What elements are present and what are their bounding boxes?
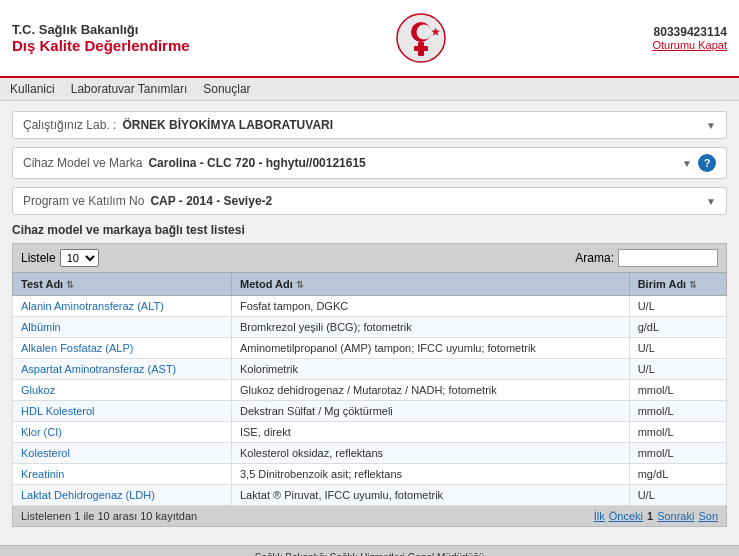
- table-row: AlbüminBromkrezol yeşili (BCG); fotometr…: [13, 317, 727, 338]
- cell-method-name: Bromkrezol yeşili (BCG); fotometrik: [231, 317, 629, 338]
- table-row: Laktat Dehidrogenaz (LDH)Laktat ® Piruva…: [13, 485, 727, 506]
- col-test-name: Test Adı ⇅: [13, 273, 232, 296]
- footer-line1: Sağlık Bakanlığı Sağlık Hizmetleri Genel…: [6, 552, 733, 556]
- table-row: KolesterolKolesterol oksidaz, reflektans…: [13, 443, 727, 464]
- device-value: Carolina - CLC 720 - hghytu//00121615: [148, 156, 676, 170]
- header-user-info: 80339423114 Oturumu Kapat: [652, 25, 727, 51]
- pagination-next[interactable]: Sonraki: [657, 510, 694, 522]
- table-row: Klor (CI)ISE, direktmmol/L: [13, 422, 727, 443]
- cell-method-name: Fosfat tampon, DGKC: [231, 296, 629, 317]
- sort-icon-test[interactable]: ⇅: [66, 280, 74, 290]
- pagination-first[interactable]: İlk: [594, 510, 605, 522]
- device-label: Cihaz Model ve Marka: [23, 156, 142, 170]
- pagination-current[interactable]: 1: [647, 510, 653, 522]
- program-field: Program ve Katılım No CAP - 2014 - Seviy…: [12, 187, 727, 215]
- table-controls-left: Listele 10 5 25 50: [21, 249, 99, 267]
- cell-test-name: Klor (CI): [13, 422, 232, 443]
- listele-label: Listele: [21, 251, 56, 265]
- cell-method-name: Dekstran Sülfat / Mg çöktürmeli: [231, 401, 629, 422]
- col-method-name: Metod Adı ⇅: [231, 273, 629, 296]
- listele-select[interactable]: 10 5 25 50: [60, 249, 99, 267]
- cell-test-name: Aspartat Aminotransferaz (AST): [13, 359, 232, 380]
- cell-test-name: HDL Kolesterol: [13, 401, 232, 422]
- nav-laboratuvar[interactable]: Laboratuvar Tanımları: [71, 82, 188, 96]
- sort-icon-method[interactable]: ⇅: [296, 280, 304, 290]
- program-label: Program ve Katılım No: [23, 194, 144, 208]
- logout-button[interactable]: Oturumu Kapat: [652, 39, 727, 51]
- cell-unit: g/dL: [629, 317, 726, 338]
- header-phone: 80339423114: [652, 25, 727, 39]
- pagination-last[interactable]: Son: [698, 510, 718, 522]
- cell-unit: U/L: [629, 338, 726, 359]
- header-branding: T.C. Sağlık Bakanlığı Dış Kalite Değerle…: [12, 22, 190, 54]
- header-logo: [391, 8, 451, 68]
- table-row: Alkalen Fosfataz (ALP)Aminometilpropanol…: [13, 338, 727, 359]
- table-header-row: Test Adı ⇅ Metod Adı ⇅ Birim Adı ⇅: [13, 273, 727, 296]
- search-input[interactable]: [618, 249, 718, 267]
- section-title: Cihaz model ve markaya bağlı test listes…: [12, 223, 727, 237]
- svg-rect-5: [414, 46, 428, 51]
- table-body: Alanin Aminotransferaz (ALT)Fosfat tampo…: [13, 296, 727, 506]
- help-button[interactable]: ?: [698, 154, 716, 172]
- svg-point-2: [416, 25, 431, 40]
- table-row: Alanin Aminotransferaz (ALT)Fosfat tampo…: [13, 296, 727, 317]
- cell-test-name: Alanin Aminotransferaz (ALT): [13, 296, 232, 317]
- col-unit: Birim Adı ⇅: [629, 273, 726, 296]
- table-controls: Listele 10 5 25 50 Arama:: [12, 243, 727, 272]
- cell-unit: U/L: [629, 296, 726, 317]
- page-footer: Sağlık Bakanlığı Sağlık Hizmetleri Genel…: [0, 545, 739, 556]
- cell-unit: mmol/L: [629, 422, 726, 443]
- lab-value: ÖRNEK BİYOKİMYA LABORATUVARI: [122, 118, 700, 132]
- cell-test-name: Glukoz: [13, 380, 232, 401]
- navigation-bar: Kullanici Laboratuvar Tanımları Sonuçlar: [0, 78, 739, 101]
- test-table: Test Adı ⇅ Metod Adı ⇅ Birim Adı ⇅ Alani…: [12, 272, 727, 506]
- cell-method-name: Kolorimetrik: [231, 359, 629, 380]
- cell-method-name: 3,5 Dinitrobenzoik asit; reflektans: [231, 464, 629, 485]
- nav-kullanici[interactable]: Kullanici: [10, 82, 55, 96]
- device-field: Cihaz Model ve Marka Carolina - CLC 720 …: [12, 147, 727, 179]
- main-content: Çalıştığınız Lab. : ÖRNEK BİYOKİMYA LABO…: [0, 101, 739, 537]
- pagination-bar: Listelenen 1 ile 10 arası 10 kayıtdan İl…: [12, 506, 727, 527]
- cell-method-name: Glukoz dehidrogenaz / Mutarotaz / NADH; …: [231, 380, 629, 401]
- search-label: Arama:: [575, 251, 614, 265]
- header-title1: T.C. Sağlık Bakanlığı: [12, 22, 190, 37]
- sort-icon-unit[interactable]: ⇅: [689, 280, 697, 290]
- table-row: HDL KolesterolDekstran Sülfat / Mg çöktü…: [13, 401, 727, 422]
- table-row: Kreatinin3,5 Dinitrobenzoik asit; reflek…: [13, 464, 727, 485]
- lab-label: Çalıştığınız Lab. :: [23, 118, 116, 132]
- lab-dropdown-arrow[interactable]: ▼: [706, 120, 716, 131]
- pagination-prev[interactable]: Önceki: [609, 510, 643, 522]
- nav-sonuclar[interactable]: Sonuçlar: [203, 82, 250, 96]
- table-controls-right: Arama:: [575, 249, 718, 267]
- cell-test-name: Alkalen Fosfataz (ALP): [13, 338, 232, 359]
- cell-test-name: Laktat Dehidrogenaz (LDH): [13, 485, 232, 506]
- cell-unit: U/L: [629, 485, 726, 506]
- cell-unit: mmol/L: [629, 380, 726, 401]
- cell-test-name: Albümin: [13, 317, 232, 338]
- table-row: Aspartat Aminotransferaz (AST)Kolorimetr…: [13, 359, 727, 380]
- cell-method-name: Laktat ® Piruvat, IFCC uyumlu, fotometri…: [231, 485, 629, 506]
- cell-unit: U/L: [629, 359, 726, 380]
- pagination-buttons: İlk Önceki 1 Sonraki Son: [594, 510, 718, 522]
- cell-method-name: Aminometilpropanol (AMP) tampon; IFCC uy…: [231, 338, 629, 359]
- cell-method-name: ISE, direkt: [231, 422, 629, 443]
- cell-method-name: Kolesterol oksidaz, reflektans: [231, 443, 629, 464]
- cell-unit: mg/dL: [629, 464, 726, 485]
- pagination-info: Listelenen 1 ile 10 arası 10 kayıtdan: [21, 510, 197, 522]
- cell-test-name: Kolesterol: [13, 443, 232, 464]
- program-dropdown-arrow[interactable]: ▼: [706, 196, 716, 207]
- program-value: CAP - 2014 - Seviye-2: [150, 194, 700, 208]
- cell-test-name: Kreatinin: [13, 464, 232, 485]
- cell-unit: mmol/L: [629, 443, 726, 464]
- header-title2: Dış Kalite Değerlendirme: [12, 37, 190, 54]
- lab-field: Çalıştığınız Lab. : ÖRNEK BİYOKİMYA LABO…: [12, 111, 727, 139]
- table-row: GlukozGlukoz dehidrogenaz / Mutarotaz / …: [13, 380, 727, 401]
- device-dropdown-arrow[interactable]: ▼: [682, 158, 692, 169]
- cell-unit: mmol/L: [629, 401, 726, 422]
- page-header: T.C. Sağlık Bakanlığı Dış Kalite Değerle…: [0, 0, 739, 78]
